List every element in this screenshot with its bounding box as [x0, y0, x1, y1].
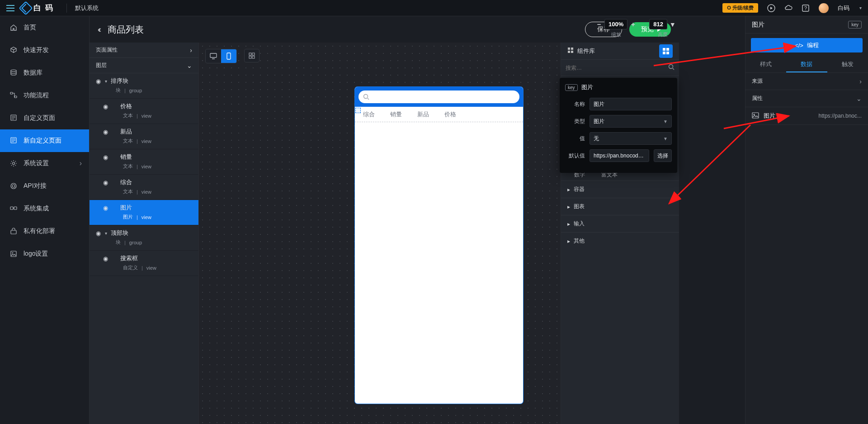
eye-icon[interactable]: ◉ [102, 129, 108, 135]
back-button[interactable]: ‹‹ [98, 25, 99, 34]
user-name[interactable]: 白码 [838, 4, 849, 12]
system-name[interactable]: 默认系统 [75, 4, 99, 12]
device-mobile-button[interactable] [221, 49, 236, 63]
svg-rect-23 [571, 48, 573, 50]
svg-point-3 [11, 70, 16, 71]
svg-rect-27 [666, 48, 669, 51]
integrate-icon [10, 205, 17, 212]
zoom-label: 缩放 [611, 31, 621, 38]
height-caret-icon[interactable]: ▾ [669, 20, 676, 29]
svg-point-8 [13, 162, 15, 165]
svg-point-14 [12, 252, 14, 254]
complib-section-3[interactable]: ▸其他 [561, 232, 679, 249]
sidebar-item-9[interactable]: 私有化部署 [0, 220, 89, 243]
phone-tab-1[interactable]: 销量 [390, 110, 402, 119]
attr-row-image[interactable]: 图片 https://pan.bnoc... [745, 107, 868, 125]
zoom-value[interactable]: 100% [604, 19, 627, 29]
inspector-tab-0[interactable]: 样式 [745, 57, 786, 72]
menu-toggle-icon[interactable] [6, 5, 14, 11]
svg-point-32 [754, 114, 755, 115]
prop-default-input[interactable]: https://pan.bnocode.co [590, 149, 649, 162]
cloud-icon[interactable] [784, 4, 793, 12]
zoom-out-button[interactable]: − [595, 20, 603, 29]
sidebar-item-10[interactable]: logo设置 [0, 243, 89, 265]
complib-section-1[interactable]: ▸图表 [561, 198, 679, 215]
layer-node-4[interactable]: ◉综合文本|view [90, 175, 198, 200]
phone-tab-0[interactable]: 综合 [363, 110, 375, 119]
help-icon[interactable]: ? [802, 4, 810, 12]
device-switcher [205, 49, 237, 63]
phone-search-input[interactable] [359, 91, 519, 103]
sidebar-item-6[interactable]: 系统设置 [0, 152, 89, 175]
sidebar-item-2[interactable]: 数据库 [0, 62, 89, 84]
caret-icon[interactable]: ▾ [105, 79, 107, 84]
code-icon: </> [795, 42, 803, 49]
layer-node-3[interactable]: ◉销量文本|view [90, 149, 198, 175]
key-badge: key [565, 84, 578, 91]
sidebar-item-0[interactable]: 首页 [0, 16, 89, 39]
eye-icon[interactable]: ◉ [102, 205, 108, 211]
svg-rect-19 [249, 56, 251, 58]
layers-header[interactable]: 图层 ⌄ [90, 58, 198, 73]
brand-logo[interactable]: 白 码 [21, 3, 54, 13]
page-icon [10, 114, 17, 122]
page-props-header[interactable]: 页面属性 › [90, 43, 198, 58]
code-button[interactable]: </> 编程 [751, 38, 863, 52]
caret-icon[interactable]: ▾ [105, 231, 107, 236]
layer-node-7[interactable]: ◉搜索框自定义|view [90, 251, 198, 276]
layer-node-6[interactable]: ◉▾顶部块块|group [90, 225, 198, 251]
phone-tab-3[interactable]: 价格 [444, 110, 456, 119]
phone-tab-2[interactable]: 新品 [417, 110, 429, 119]
eye-icon[interactable]: ◉ [102, 154, 108, 161]
prop-name-input[interactable]: 图片 [590, 98, 672, 110]
layer-node-2[interactable]: ◉新品文本|view [90, 124, 198, 149]
upgrade-badge[interactable]: O 升级/续费 [722, 3, 758, 13]
complib-section-0[interactable]: ▸容器 [561, 181, 679, 198]
eye-icon[interactable]: ◉ [102, 179, 108, 186]
svg-rect-25 [571, 51, 573, 53]
phone-preview[interactable]: 综合销量新品价格 [355, 87, 523, 404]
settings-icon [10, 160, 17, 167]
height-value[interactable]: 812 [649, 19, 667, 29]
flow-icon [10, 92, 17, 99]
search-icon [668, 64, 675, 71]
eye-icon[interactable]: ◉ [102, 103, 108, 110]
complib-view-toggle[interactable] [659, 44, 673, 58]
complib-section-2[interactable]: ▸输入 [561, 215, 679, 232]
inspector-tab-1[interactable]: 数据 [786, 57, 827, 72]
eye-icon[interactable]: ◉ [95, 230, 101, 237]
svg-point-30 [669, 65, 673, 69]
play-circle-icon[interactable] [767, 4, 775, 12]
eye-icon[interactable]: ◉ [102, 255, 108, 262]
sidebar-item-7[interactable]: API对接 [0, 175, 89, 197]
sidebar-item-1[interactable]: 快速开发 [0, 39, 89, 62]
key-button[interactable]: key [848, 21, 862, 29]
grid-toggle-button[interactable] [244, 49, 259, 62]
section-source[interactable]: 来源 › [745, 73, 868, 90]
sidebar-item-4[interactable]: 自定义页面 [0, 107, 89, 129]
complib-search-input[interactable] [566, 65, 668, 71]
layer-node-1[interactable]: ◉价格文本|view [90, 99, 198, 124]
layer-node-5[interactable]: ◉图片图片|view [90, 200, 198, 225]
cube-icon [10, 47, 17, 54]
section-attributes[interactable]: 属性 ⌄ [745, 90, 868, 107]
sidebar-item-5[interactable]: 新自定义页面 [0, 129, 89, 152]
sidebar-item-8[interactable]: 系统集成 [0, 197, 89, 220]
eye-icon[interactable]: ◉ [95, 78, 101, 85]
prop-type-select[interactable]: 图片▼ [590, 115, 672, 128]
sidebar-item-3[interactable]: 功能流程 [0, 84, 89, 107]
selection-handle-icon[interactable] [355, 108, 361, 113]
inspector-tab-2[interactable]: 触发 [827, 57, 868, 72]
zoom-in-button[interactable]: + [629, 20, 637, 29]
search-icon [363, 94, 369, 100]
prop-value-select[interactable]: 无▼ [590, 132, 672, 145]
user-avatar-icon[interactable] [819, 3, 829, 13]
user-caret-icon[interactable]: ▾ [859, 5, 862, 10]
layer-node-0[interactable]: ◉▾排序块块|group [90, 73, 198, 99]
select-button[interactable]: 选择 [654, 149, 672, 162]
prop-default-label: 默认值 [565, 152, 585, 160]
complib-search[interactable] [561, 60, 679, 76]
device-desktop-button[interactable] [206, 49, 221, 63]
top-bar: 白 码 默认系统 O 升级/续费 ? 白码 ▾ [0, 0, 868, 16]
inspector-tabs: 样式数据触发 [745, 57, 868, 73]
